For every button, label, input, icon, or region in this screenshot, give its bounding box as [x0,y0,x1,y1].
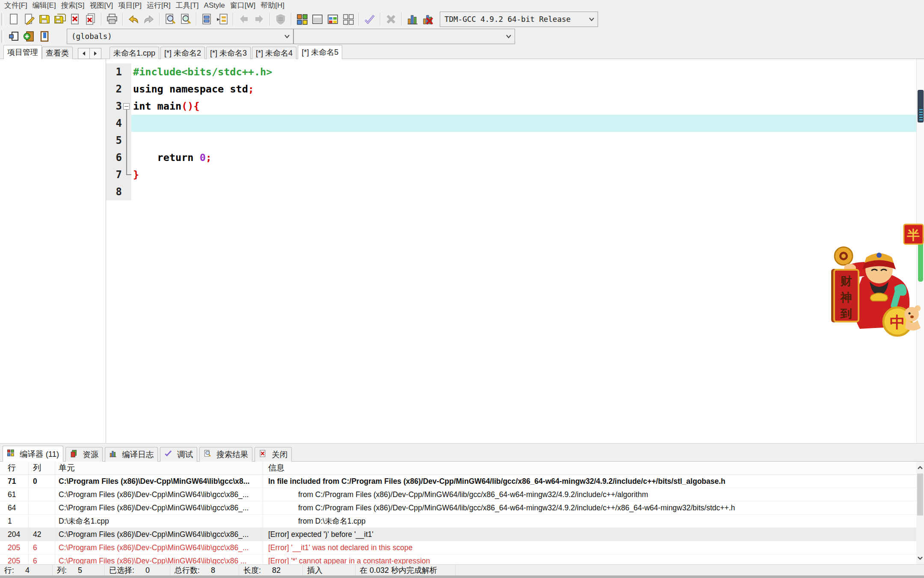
open-file-button[interactable] [22,12,36,27]
insert-snippet-button[interactable] [215,12,230,27]
column-header-4[interactable]: 信息 [263,462,916,474]
compiler-row-2[interactable]: 61C:\Program Files (x86)\Dev-Cpp\MinGW64… [0,488,916,501]
forward-disabled-button[interactable] [252,12,267,27]
scroll-down-icon[interactable] [916,553,924,563]
save-all-icon [53,13,66,26]
resource-icon [70,450,80,459]
add-watch-button[interactable] [22,29,36,44]
line-number: 8 [106,183,123,200]
compiler-row-1[interactable]: 710C:\Program Files (x86)\Dev-Cpp\MinGW6… [0,475,916,488]
compiler-icon [7,449,17,459]
code-line-8[interactable]: 8 [106,183,916,200]
fold-collapse-box[interactable] [123,103,130,110]
editor-tab-5[interactable]: [*] 未命名5 [298,45,342,59]
panel-tab-classes[interactable]: 查看类 [42,47,73,59]
toolbar-separator [291,13,292,26]
undo-button[interactable] [126,12,141,27]
cell: [Error] expected ')' before '__it1' [263,528,916,541]
compiler-row-6[interactable]: 2056C:\Program Files (x86)\Dev-Cpp\MinGW… [0,541,916,554]
goto-line-button[interactable] [200,12,214,27]
code-line-1[interactable]: 1#include<bits/stdc++.h> [106,63,916,80]
bottom-tab-1[interactable]: 编译器 (11) [3,446,63,462]
replace-button[interactable] [178,12,193,27]
status-segment-4: 总行数:8 [170,565,239,576]
bottom-tab-3[interactable]: 编译日志 [105,447,158,462]
editor-tab-3[interactable]: [*] 未命名3 [206,47,251,59]
profile-icon [406,13,419,26]
close-file-button[interactable] [68,12,83,27]
menu-item-7[interactable]: 工具[T] [173,0,201,11]
menu-item-3[interactable]: 搜索[S] [59,0,87,11]
run-icon [311,13,324,26]
goto-definition-button[interactable] [6,29,21,44]
main-area: 1#include<bits/stdc++.h>2using namespace… [0,59,924,443]
menu-item-10[interactable]: 帮助[H] [258,0,287,11]
abort-button[interactable] [384,12,398,27]
code-line-7[interactable]: 7} [106,166,916,183]
find-button[interactable] [163,12,178,27]
globals-select[interactable]: (globals) [67,29,293,44]
rebuild-all-button[interactable] [341,12,355,27]
list-scrollbar-thumb[interactable] [917,474,923,515]
menu-item-2[interactable]: 编辑[E] [30,0,59,11]
bottom-tab-6[interactable]: 关闭 [255,447,292,462]
save-file-button[interactable] [37,12,52,27]
run-button[interactable] [310,12,325,27]
profile-delete-button[interactable] [421,12,435,27]
code-editor[interactable]: 1#include<bits/stdc++.h>2using namespace… [106,59,916,443]
back-disabled-button[interactable] [237,12,251,27]
scroll-up-icon[interactable] [916,462,924,473]
code-text: } [131,166,916,183]
compile-button[interactable] [295,12,309,27]
menu-item-9[interactable]: 窗口[W] [228,0,258,11]
compiler-row-3[interactable]: 64C:\Program Files (x86)\Dev-Cpp\MinGW64… [0,501,916,515]
editor-tab-1[interactable]: 未命名1.cpp [110,47,159,59]
line-number: 1 [106,63,123,80]
save-all-button[interactable] [53,12,67,27]
column-header-3[interactable]: 单元 [55,462,263,474]
column-header-1[interactable]: 行 [0,462,29,474]
editor-scrollbar-thumb[interactable] [918,90,924,122]
code-line-2[interactable]: 2using namespace std; [106,80,916,98]
code-line-5[interactable]: 5 [106,132,916,149]
bottom-tab-5[interactable]: 搜索结果 [199,447,252,462]
menu-item-8[interactable]: AStyle [201,0,228,11]
new-file-button[interactable] [6,12,21,27]
code-line-4[interactable]: 4 [106,115,916,132]
profile-delete-icon [421,13,434,26]
print-button[interactable] [105,12,119,27]
compiler-row-5[interactable]: 20442C:\Program Files (x86)\Dev-Cpp\MinG… [0,528,916,541]
tab-scroll-right-button[interactable] [89,48,101,59]
tab-scroll-left-button[interactable] [78,48,90,59]
menu-item-4[interactable]: 视图[V] [87,0,116,11]
column-header-2[interactable]: 列 [29,462,55,474]
main-toolbar: TDM-GCC 4.9.2 64-bit Release [0,11,924,28]
editor-vertical-scrollbar[interactable] [916,59,924,443]
profile-button[interactable] [405,12,420,27]
fold-line [126,110,127,175]
list-scrollbar[interactable] [916,462,924,564]
code-line-6[interactable]: 6 return 0; [106,149,916,166]
members-select[interactable] [293,29,515,44]
editor-tab-2[interactable]: [*] 未命名2 [160,47,205,59]
bottom-tab-2[interactable]: 资源 [65,447,103,462]
close-all-button[interactable] [83,12,98,27]
syntax-check-button[interactable] [362,12,377,27]
bottom-tab-4[interactable]: 调试 [160,447,197,462]
code-line-3[interactable]: 3int main(){ [106,98,916,115]
compiler-row-4[interactable]: 1D:\未命名1.cppfrom D:\未命名1.cpp [0,515,916,528]
status-label: 列: [57,565,67,575]
compiler-select[interactable]: TDM-GCC 4.9.2 64-bit Release [440,12,598,27]
toggle-panel-button[interactable] [37,29,52,44]
menu-item-6[interactable]: 运行[R] [144,0,173,11]
compiler-output-table: 行列单元信息710C:\Program Files (x86)\Dev-Cpp\… [0,462,916,564]
menu-item-5[interactable]: 项目[P] [116,0,144,11]
redo-button[interactable] [142,12,156,27]
menu-item-1[interactable]: 文件[F] [2,0,30,11]
debug-stop-disabled-button[interactable] [273,12,288,27]
compile-run-button[interactable] [326,12,340,27]
cell [29,515,55,527]
panel-tab-project[interactable]: 项目管理 [3,45,42,59]
line-number: 7 [106,166,123,183]
editor-tab-4[interactable]: [*] 未命名4 [252,47,296,59]
